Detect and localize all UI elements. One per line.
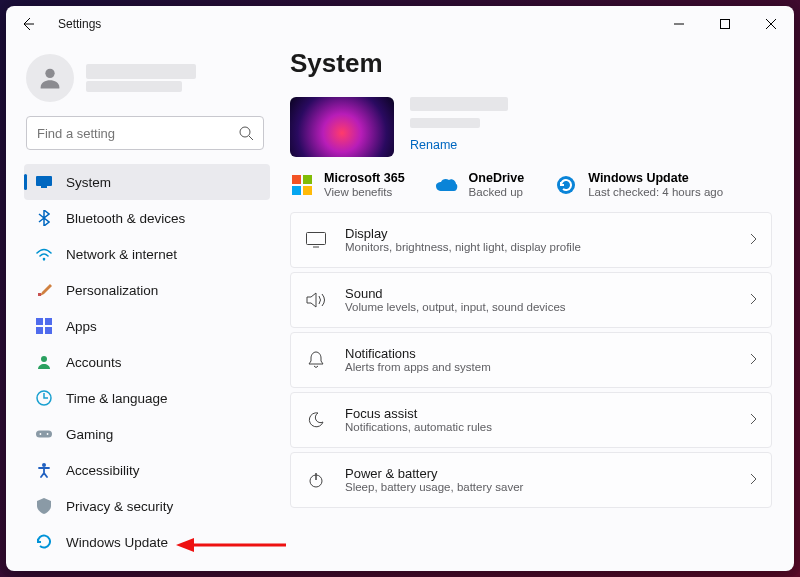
status-row: Microsoft 365View benefits OneDriveBacke… (290, 171, 772, 198)
nav-label: Accounts (66, 355, 122, 370)
card-sub: Volume levels, output, input, sound devi… (345, 301, 731, 315)
card-title: Sound (345, 286, 731, 301)
card-sub: Notifications, automatic rules (345, 421, 731, 435)
card-sub: Sleep, battery usage, battery saver (345, 481, 731, 495)
card-notifications[interactable]: NotificationsAlerts from apps and system (290, 332, 772, 388)
sidebar-item-apps[interactable]: Apps (24, 308, 270, 344)
nav-label: Gaming (66, 427, 113, 442)
search-field[interactable] (26, 116, 264, 150)
card-title: Notifications (345, 346, 731, 361)
svg-rect-3 (36, 176, 52, 186)
account-email-redacted (86, 81, 182, 92)
settings-card-list: DisplayMonitors, brightness, night light… (290, 212, 772, 518)
status-sub: Backed up (469, 186, 525, 198)
card-title: Display (345, 226, 731, 241)
search-icon (238, 125, 254, 141)
back-button[interactable] (16, 12, 40, 36)
person-icon (36, 64, 64, 92)
svg-rect-0 (721, 20, 730, 29)
svg-rect-8 (45, 318, 52, 325)
update-status-icon (554, 173, 578, 197)
sidebar-item-system[interactable]: System (24, 164, 270, 200)
nav-label: Bluetooth & devices (66, 211, 185, 226)
display-icon (305, 229, 327, 251)
svg-rect-22 (307, 233, 326, 245)
moon-icon (305, 409, 327, 431)
power-icon (305, 469, 327, 491)
nav-label: Personalization (66, 283, 158, 298)
sound-icon (305, 289, 327, 311)
accessibility-icon (36, 462, 52, 478)
device-name-redacted (410, 97, 508, 111)
card-display[interactable]: DisplayMonitors, brightness, night light… (290, 212, 772, 268)
status-windows-update[interactable]: Windows UpdateLast checked: 4 hours ago (554, 171, 723, 198)
close-button[interactable] (748, 6, 794, 42)
svg-rect-9 (36, 327, 43, 334)
nav-label: Time & language (66, 391, 168, 406)
sidebar-item-network[interactable]: Network & internet (24, 236, 270, 272)
status-title: Microsoft 365 (324, 171, 405, 186)
clock-globe-icon (36, 390, 52, 406)
account-block[interactable] (26, 54, 270, 102)
svg-point-2 (240, 127, 250, 137)
svg-rect-17 (292, 175, 301, 184)
sidebar-item-bluetooth[interactable]: Bluetooth & devices (24, 200, 270, 236)
nav-list: System Bluetooth & devices Network & int… (24, 164, 270, 560)
svg-rect-4 (41, 186, 47, 188)
chevron-right-icon (749, 231, 757, 249)
chevron-right-icon (749, 291, 757, 309)
nav-label: Privacy & security (66, 499, 173, 514)
sidebar: System Bluetooth & devices Network & int… (6, 42, 278, 571)
status-sub: Last checked: 4 hours ago (588, 186, 723, 198)
maximize-button[interactable] (702, 6, 748, 42)
page-title: System (290, 48, 772, 79)
account-name-redacted (86, 64, 196, 79)
sidebar-item-time-language[interactable]: Time & language (24, 380, 270, 416)
apps-icon (36, 318, 52, 334)
card-sub: Alerts from apps and system (345, 361, 731, 375)
chevron-right-icon (749, 351, 757, 369)
svg-point-1 (45, 69, 54, 78)
svg-point-15 (47, 433, 49, 435)
rename-link[interactable]: Rename (410, 138, 508, 152)
sidebar-item-privacy[interactable]: Privacy & security (24, 488, 270, 524)
sidebar-item-windows-update[interactable]: Windows Update (24, 524, 270, 560)
status-sub: View benefits (324, 186, 405, 198)
sidebar-item-accessibility[interactable]: Accessibility (24, 452, 270, 488)
wifi-icon (36, 246, 52, 262)
svg-rect-19 (292, 186, 301, 195)
svg-rect-20 (303, 186, 312, 195)
sidebar-item-gaming[interactable]: Gaming (24, 416, 270, 452)
nav-label: Windows Update (66, 535, 168, 550)
window-title: Settings (58, 17, 101, 31)
minimize-button[interactable] (656, 6, 702, 42)
status-onedrive[interactable]: OneDriveBacked up (435, 171, 525, 198)
bluetooth-icon (36, 210, 52, 226)
svg-point-5 (43, 258, 46, 261)
chevron-right-icon (749, 471, 757, 489)
avatar (26, 54, 74, 102)
card-focus-assist[interactable]: Focus assistNotifications, automatic rul… (290, 392, 772, 448)
status-title: OneDrive (469, 171, 525, 186)
microsoft-365-icon (290, 173, 314, 197)
titlebar: Settings (6, 6, 794, 42)
status-m365[interactable]: Microsoft 365View benefits (290, 171, 405, 198)
card-sound[interactable]: SoundVolume levels, output, input, sound… (290, 272, 772, 328)
svg-point-11 (41, 356, 47, 362)
search-input[interactable] (26, 116, 264, 150)
device-block: Rename (290, 97, 772, 157)
nav-label: Network & internet (66, 247, 177, 262)
sidebar-item-personalization[interactable]: Personalization (24, 272, 270, 308)
gaming-icon (36, 426, 52, 442)
sidebar-item-accounts[interactable]: Accounts (24, 344, 270, 380)
shield-icon (36, 498, 52, 514)
svg-rect-7 (36, 318, 43, 325)
account-icon (36, 354, 52, 370)
card-power-battery[interactable]: Power & batterySleep, battery usage, bat… (290, 452, 772, 508)
main-content: System Rename Microsoft 365View benefits (278, 42, 794, 571)
bell-icon (305, 349, 327, 371)
svg-point-16 (42, 463, 46, 467)
nav-label: System (66, 175, 111, 190)
svg-rect-13 (36, 430, 52, 437)
system-icon (36, 174, 52, 190)
